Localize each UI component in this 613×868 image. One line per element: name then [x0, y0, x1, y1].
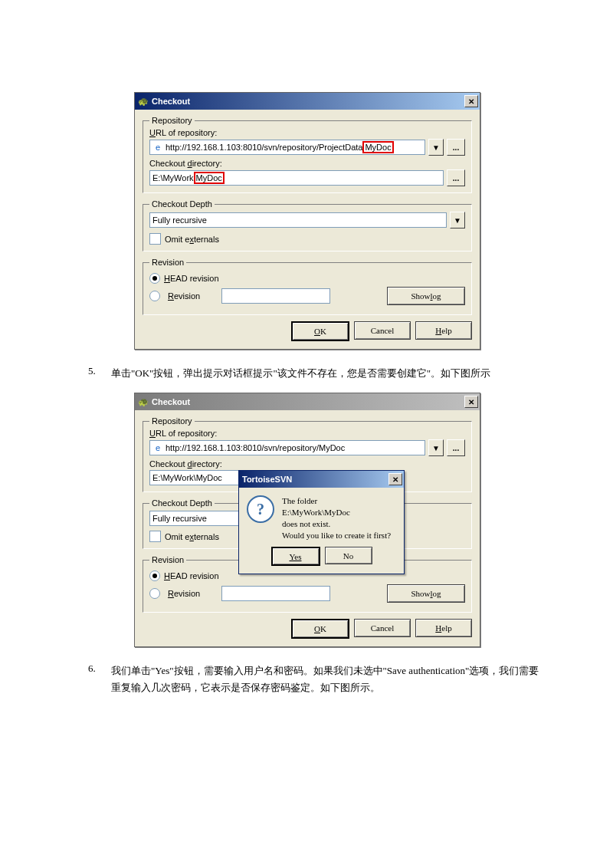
popup-titlebar[interactable]: TortoiseSVN ✕: [239, 471, 404, 488]
dir-input[interactable]: E:\MyWorkMyDoc: [149, 170, 444, 186]
close-icon[interactable]: ✕: [464, 396, 478, 408]
url-label: URL of repository:: [149, 429, 465, 438]
radio-icon[interactable]: [149, 291, 160, 301]
dir-value-prefix: E:\MyWork: [152, 173, 194, 182]
depth-select[interactable]: Fully recursive: [149, 212, 447, 228]
browse-button[interactable]: ...: [447, 439, 465, 456]
head-label: HEAD revision: [164, 274, 219, 283]
dir-input[interactable]: E:\MyWork\MyDoc: [149, 470, 253, 485]
radio-selected-icon: [149, 273, 160, 284]
step-5: 5. 单击"OK"按钮，弹出提示对话框提示"该文件不存在，您是否需要创建它"。如…: [88, 365, 544, 382]
checkbox-icon: [149, 531, 161, 542]
popup-line1: The folder: [282, 495, 391, 507]
checkout-dialog-2: 🐢 Checkout ✕ Repository URL of repositor…: [134, 393, 480, 647]
tortoise-icon: 🐢: [138, 96, 149, 107]
ok-button[interactable]: OK: [291, 619, 349, 639]
browse-dir-button[interactable]: ...: [447, 169, 465, 186]
close-icon[interactable]: ✕: [464, 95, 478, 107]
step-number: 5.: [88, 365, 111, 382]
repository-group: Repository URL of repository: e http://1…: [143, 116, 472, 193]
checkout-dialog-1: 🐢 Checkout ✕ Repository URL of repositor…: [134, 92, 480, 350]
url-value-prefix: http://192.168.1.103:8010/svn/repository…: [166, 143, 362, 152]
url-label: URL of repository:: [149, 128, 465, 137]
dialog-title: Checkout: [152, 97, 464, 106]
popup-line3: does not exist.: [282, 518, 391, 530]
revision-group: Revision HEAD revision Revision Show log: [143, 258, 472, 315]
ie-icon: e: [152, 142, 163, 153]
revision-label[interactable]: Revision: [168, 291, 214, 301]
yes-button[interactable]: Yes: [271, 547, 320, 566]
popup-body: ? The folder E:\MyWork\MyDoc does not ex…: [239, 488, 404, 547]
radio-icon[interactable]: [149, 588, 160, 599]
revision-legend: Revision: [149, 258, 186, 267]
popup-title: TortoiseSVN: [242, 475, 388, 484]
dropdown-icon[interactable]: ▼: [428, 439, 444, 456]
depth-legend: Checkout Depth: [149, 498, 215, 508]
tortoise-icon: 🐢: [138, 396, 149, 407]
popup-line2: E:\MyWork\MyDoc: [282, 507, 391, 518]
step-text: 单击"OK"按钮，弹出提示对话框提示"该文件不存在，您是否需要创建它"。如下图所…: [111, 365, 544, 382]
dialog-body: Repository URL of repository: e http://1…: [135, 110, 480, 349]
omit-externals-checkbox[interactable]: Omit externals: [149, 233, 465, 245]
question-icon: ?: [247, 495, 274, 523]
dir-label: Checkout directory:: [149, 459, 465, 469]
dir-label: Checkout directory:: [149, 159, 465, 168]
depth-group: Checkout Depth Fully recursive ▼ Omit ex…: [143, 199, 472, 252]
dropdown-icon[interactable]: ▼: [428, 139, 444, 156]
ok-button[interactable]: OK: [291, 321, 349, 341]
show-log-button[interactable]: Show log: [387, 584, 465, 603]
repository-legend: Repository: [149, 116, 195, 125]
url-input[interactable]: e http://192.168.1.103:8010/svn/reposito…: [149, 140, 425, 155]
dialog-button-row: OK Cancel Help: [143, 619, 472, 639]
depth-legend: Checkout Depth: [149, 199, 215, 209]
omit-label: Omit externals: [165, 532, 219, 541]
step-text: 我们单击"Yes"按钮，需要输入用户名和密码。如果我们未选中"Save auth…: [111, 663, 544, 696]
dir-highlight: MyDoc: [194, 172, 225, 184]
titlebar[interactable]: 🐢 Checkout ✕: [135, 93, 480, 110]
revision-input[interactable]: [221, 288, 330, 304]
revision-radio-row: Revision Show log: [149, 584, 465, 603]
dropdown-icon[interactable]: ▼: [450, 212, 465, 229]
document-page: 🐢 Checkout ✕ Repository URL of repositor…: [0, 0, 613, 742]
step-number: 6.: [88, 663, 111, 696]
confirm-popup: TortoiseSVN ✕ ? The folder E:\MyWork\MyD…: [238, 470, 405, 574]
url-input[interactable]: e http://192.168.1.103:8010/svn/reposito…: [149, 440, 425, 455]
revision-radio-row: Revision Show log: [149, 287, 465, 305]
show-log-button[interactable]: Show log: [387, 287, 465, 305]
help-button[interactable]: Help: [415, 321, 472, 340]
titlebar-inactive[interactable]: 🐢 Checkout ✕: [135, 393, 480, 410]
help-button[interactable]: Help: [415, 619, 472, 637]
checkbox-icon: [149, 233, 161, 245]
popup-line4: Would you like to create it first?: [282, 530, 391, 541]
popup-buttons: Yes No: [239, 547, 404, 574]
radio-selected-icon: [149, 570, 160, 581]
cancel-button[interactable]: Cancel: [354, 321, 411, 340]
head-revision-radio[interactable]: HEAD revision: [149, 273, 465, 284]
dialog-button-row: OK Cancel Help: [143, 321, 472, 341]
cancel-button[interactable]: Cancel: [354, 619, 411, 637]
ie-icon: e: [152, 442, 163, 453]
url-value: http://192.168.1.103:8010/svn/repository…: [166, 443, 345, 452]
url-highlight: MyDoc: [362, 141, 393, 153]
step-6: 6. 我们单击"Yes"按钮，需要输入用户名和密码。如果我们未选中"Save a…: [88, 663, 544, 696]
omit-label: Omit externals: [165, 235, 219, 244]
no-button[interactable]: No: [325, 547, 372, 564]
depth-select[interactable]: Fully recursive: [149, 511, 245, 526]
repository-legend: Repository: [149, 416, 195, 426]
revision-input[interactable]: [221, 586, 330, 601]
popup-text: The folder E:\MyWork\MyDoc does not exis…: [282, 495, 391, 541]
dialog-title: Checkout: [152, 397, 464, 406]
revision-legend: Revision: [149, 555, 186, 564]
head-label: HEAD revision: [164, 571, 219, 580]
revision-label[interactable]: Revision: [168, 589, 214, 598]
browse-button[interactable]: ...: [447, 139, 465, 156]
close-icon[interactable]: ✕: [388, 473, 402, 485]
